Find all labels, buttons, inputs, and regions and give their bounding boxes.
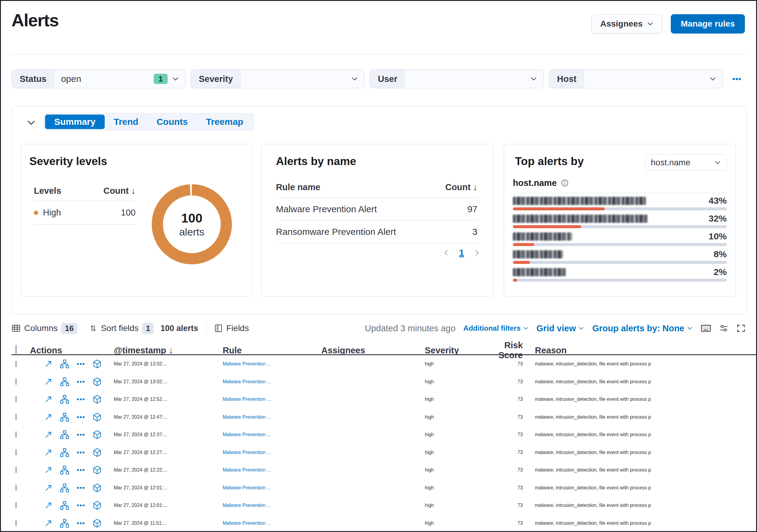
rule-link[interactable]: Malware Prevention ... — [223, 485, 321, 490]
more-actions-icon[interactable] — [76, 359, 85, 369]
tab-counts[interactable]: Counts — [147, 115, 197, 129]
status-filter[interactable]: Status open 1 — [12, 70, 186, 88]
more-actions-icon[interactable] — [76, 465, 85, 475]
session-view-icon[interactable] — [93, 483, 102, 492]
reason-cell[interactable]: malware, intrusion_detection, file event… — [528, 379, 756, 384]
more-actions-icon[interactable] — [76, 395, 85, 404]
session-view-icon[interactable] — [93, 413, 102, 422]
assignees-column-header[interactable]: Assignees — [321, 346, 425, 355]
columns-button[interactable]: Columns 16 — [12, 323, 77, 334]
rule-column-header[interactable]: Rule — [223, 346, 321, 355]
more-actions-icon[interactable] — [76, 377, 85, 386]
rule-link[interactable]: Malware Prevention ... — [223, 520, 321, 526]
keyboard-shortcuts-icon[interactable] — [701, 324, 711, 333]
host-filter[interactable]: Host — [549, 70, 723, 88]
reason-cell[interactable]: malware, intrusion_detection, file event… — [528, 485, 756, 490]
manage-rules-button[interactable]: Manage rules — [671, 14, 745, 34]
severity-filter[interactable]: Severity — [191, 70, 365, 88]
expand-alert-icon[interactable] — [44, 395, 53, 404]
expand-alert-icon[interactable] — [44, 519, 53, 527]
analyze-event-icon[interactable] — [60, 501, 69, 510]
more-filters-icon[interactable] — [732, 74, 741, 83]
more-actions-icon[interactable] — [76, 448, 85, 457]
expand-alert-icon[interactable] — [44, 378, 53, 386]
expand-alert-icon[interactable] — [44, 466, 53, 474]
previous-page-icon[interactable] — [443, 249, 450, 256]
reason-cell[interactable]: malware, intrusion_detection, file event… — [528, 450, 756, 455]
analyze-event-icon[interactable] — [60, 359, 69, 369]
expand-alert-icon[interactable] — [44, 501, 53, 510]
session-view-icon[interactable] — [93, 395, 102, 404]
rule-link[interactable]: Malware Prevention ... — [223, 432, 321, 437]
rule-link[interactable]: Malware Prevention ... — [223, 361, 321, 367]
analyze-event-icon[interactable] — [60, 448, 69, 457]
risk-score-column-header[interactable]: Risk Score — [485, 340, 528, 360]
assignees-button[interactable]: Assignees — [591, 14, 662, 34]
user-filter[interactable]: User — [370, 70, 544, 88]
rule-link[interactable]: Malware Prevention ... — [223, 414, 321, 420]
analyze-event-icon[interactable] — [60, 483, 69, 492]
session-view-icon[interactable] — [93, 448, 102, 457]
session-view-icon[interactable] — [93, 377, 102, 386]
row-checkbox[interactable] — [15, 361, 16, 367]
sort-fields-button[interactable]: Sort fields 1 — [89, 323, 154, 334]
reason-column-header[interactable]: Reason — [528, 346, 756, 355]
tab-summary[interactable]: Summary — [45, 115, 105, 129]
reason-cell[interactable]: malware, intrusion_detection, file event… — [528, 361, 756, 367]
expand-alert-icon[interactable] — [44, 360, 53, 368]
more-actions-icon[interactable] — [76, 519, 85, 528]
tab-treemap[interactable]: Treemap — [197, 115, 252, 129]
row-checkbox[interactable] — [15, 467, 16, 473]
count-column-header[interactable]: Count ↓ — [104, 186, 136, 196]
grid-view-button[interactable]: Grid view — [536, 323, 585, 333]
severity-column-header[interactable]: Severity — [425, 346, 485, 355]
info-icon[interactable] — [561, 179, 568, 187]
reason-cell[interactable]: malware, intrusion_detection, file event… — [528, 397, 756, 402]
tab-trend[interactable]: Trend — [105, 115, 148, 129]
row-checkbox[interactable] — [15, 378, 16, 385]
rule-link[interactable]: Malware Prevention ... — [223, 450, 321, 455]
count-column-header[interactable]: Count ↓ — [445, 182, 477, 192]
row-checkbox[interactable] — [15, 449, 16, 456]
fullscreen-icon[interactable] — [737, 324, 745, 333]
analyze-event-icon[interactable] — [60, 430, 69, 439]
expand-alert-icon[interactable] — [44, 448, 53, 457]
rule-link[interactable]: Malware Prevention ... — [223, 503, 321, 508]
rule-link[interactable]: Malware Prevention ... — [223, 379, 321, 384]
select-all-checkbox[interactable] — [15, 345, 16, 356]
next-page-icon[interactable] — [473, 249, 480, 256]
rule-link[interactable]: Malware Prevention ... — [223, 397, 321, 402]
row-checkbox[interactable] — [15, 502, 16, 508]
analyze-event-icon[interactable] — [60, 519, 69, 528]
fields-button[interactable]: Fields — [214, 323, 249, 333]
expand-alert-icon[interactable] — [44, 431, 53, 439]
group-alerts-by-button[interactable]: Group alerts by: None — [592, 323, 693, 333]
more-actions-icon[interactable] — [76, 430, 85, 439]
session-view-icon[interactable] — [93, 359, 102, 369]
more-actions-icon[interactable] — [76, 501, 85, 510]
analyze-event-icon[interactable] — [60, 395, 69, 404]
reason-cell[interactable]: malware, intrusion_detection, file event… — [528, 467, 756, 473]
row-checkbox[interactable] — [15, 414, 16, 420]
session-view-icon[interactable] — [93, 519, 102, 528]
additional-filters-button[interactable]: Additional filters — [464, 324, 529, 332]
reason-cell[interactable]: malware, intrusion_detection, file event… — [528, 414, 756, 420]
analyze-event-icon[interactable] — [60, 413, 69, 422]
reason-cell[interactable]: malware, intrusion_detection, file event… — [528, 432, 756, 437]
row-checkbox[interactable] — [15, 520, 16, 526]
analyze-event-icon[interactable] — [60, 377, 69, 386]
page-number[interactable]: 1 — [459, 248, 464, 258]
row-checkbox[interactable] — [15, 431, 16, 438]
reason-cell[interactable]: malware, intrusion_detection, file event… — [528, 503, 756, 508]
reason-cell[interactable]: malware, intrusion_detection, file event… — [528, 520, 756, 526]
top-alerts-field-select[interactable]: host.name — [645, 154, 727, 171]
more-actions-icon[interactable] — [76, 483, 85, 492]
row-checkbox[interactable] — [15, 485, 16, 491]
collapse-chevron-icon[interactable] — [26, 118, 36, 127]
timestamp-column-header[interactable]: @timestamp ↓ — [114, 346, 223, 355]
expand-alert-icon[interactable] — [44, 413, 53, 421]
more-actions-icon[interactable] — [76, 413, 85, 422]
rule-link[interactable]: Malware Prevention ... — [223, 467, 321, 473]
expand-alert-icon[interactable] — [44, 484, 53, 492]
session-view-icon[interactable] — [93, 465, 102, 475]
